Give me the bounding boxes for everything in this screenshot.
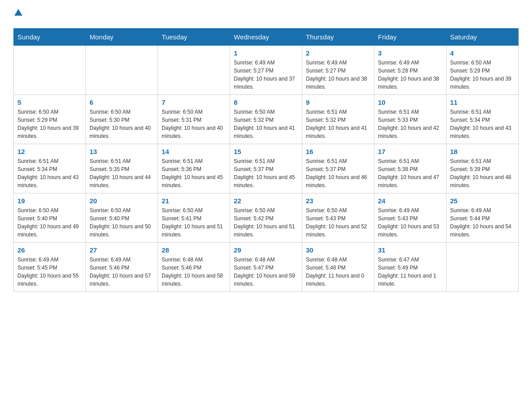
weekday-header-saturday: Saturday xyxy=(446,29,519,46)
calendar-row-1: 5Sunrise: 6:50 AMSunset: 5:29 PMDaylight… xyxy=(14,95,519,144)
calendar-cell: 12Sunrise: 6:51 AMSunset: 5:34 PMDayligh… xyxy=(14,144,86,193)
day-info: Sunrise: 6:51 AMSunset: 5:37 PMDaylight:… xyxy=(234,157,298,189)
calendar-body: 1Sunrise: 6:49 AMSunset: 5:27 PMDaylight… xyxy=(14,46,519,292)
day-info: Sunrise: 6:49 AMSunset: 5:27 PMDaylight:… xyxy=(234,59,298,91)
day-info: Sunrise: 6:50 AMSunset: 5:31 PMDaylight:… xyxy=(162,108,226,140)
calendar-cell: 26Sunrise: 6:49 AMSunset: 5:45 PMDayligh… xyxy=(14,243,86,292)
calendar-row-4: 26Sunrise: 6:49 AMSunset: 5:45 PMDayligh… xyxy=(14,243,519,292)
calendar-cell: 24Sunrise: 6:49 AMSunset: 5:43 PMDayligh… xyxy=(374,193,446,243)
day-number: 26 xyxy=(17,246,82,254)
day-number: 10 xyxy=(378,98,442,106)
day-number: 14 xyxy=(162,148,226,155)
calendar-cell: 9Sunrise: 6:51 AMSunset: 5:32 PMDaylight… xyxy=(302,95,374,144)
day-info: Sunrise: 6:51 AMSunset: 5:39 PMDaylight:… xyxy=(450,157,515,189)
calendar-cell xyxy=(446,243,519,292)
calendar-cell xyxy=(158,46,230,95)
weekday-header-sunday: Sunday xyxy=(14,29,86,46)
weekday-header-row: SundayMondayTuesdayWednesdayThursdayFrid… xyxy=(14,29,519,46)
day-info: Sunrise: 6:49 AMSunset: 5:46 PMDaylight:… xyxy=(90,256,154,288)
day-number: 18 xyxy=(450,148,515,155)
day-number: 2 xyxy=(306,49,370,57)
calendar-cell: 27Sunrise: 6:49 AMSunset: 5:46 PMDayligh… xyxy=(86,243,158,292)
day-info: Sunrise: 6:48 AMSunset: 5:48 PMDaylight:… xyxy=(306,256,370,288)
day-number: 25 xyxy=(450,197,515,205)
calendar-cell: 13Sunrise: 6:51 AMSunset: 5:35 PMDayligh… xyxy=(86,144,158,193)
day-number: 22 xyxy=(234,197,298,205)
calendar-cell: 25Sunrise: 6:49 AMSunset: 5:44 PMDayligh… xyxy=(446,193,519,243)
calendar-cell: 31Sunrise: 6:47 AMSunset: 5:49 PMDayligh… xyxy=(374,243,446,292)
day-number: 19 xyxy=(17,197,82,205)
day-info: Sunrise: 6:49 AMSunset: 5:45 PMDaylight:… xyxy=(17,256,82,288)
weekday-header-thursday: Thursday xyxy=(302,29,374,46)
day-number: 29 xyxy=(234,246,298,254)
calendar-cell: 21Sunrise: 6:50 AMSunset: 5:41 PMDayligh… xyxy=(158,193,230,243)
calendar-cell: 30Sunrise: 6:48 AMSunset: 5:48 PMDayligh… xyxy=(302,243,374,292)
day-info: Sunrise: 6:51 AMSunset: 5:34 PMDaylight:… xyxy=(450,108,515,140)
calendar-cell: 6Sunrise: 6:50 AMSunset: 5:30 PMDaylight… xyxy=(86,95,158,144)
calendar-cell: 20Sunrise: 6:50 AMSunset: 5:40 PMDayligh… xyxy=(86,193,158,243)
day-number: 6 xyxy=(90,98,154,106)
day-info: Sunrise: 6:50 AMSunset: 5:29 PMDaylight:… xyxy=(450,59,515,91)
day-info: Sunrise: 6:48 AMSunset: 5:46 PMDaylight:… xyxy=(162,256,226,288)
day-number: 11 xyxy=(450,98,515,106)
day-number: 12 xyxy=(17,148,82,155)
calendar-cell xyxy=(86,46,158,95)
day-info: Sunrise: 6:50 AMSunset: 5:40 PMDaylight:… xyxy=(17,206,82,239)
weekday-header-monday: Monday xyxy=(86,29,158,46)
calendar-cell: 5Sunrise: 6:50 AMSunset: 5:29 PMDaylight… xyxy=(14,95,86,144)
calendar-cell: 28Sunrise: 6:48 AMSunset: 5:46 PMDayligh… xyxy=(158,243,230,292)
calendar-cell: 16Sunrise: 6:51 AMSunset: 5:37 PMDayligh… xyxy=(302,144,374,193)
day-info: Sunrise: 6:50 AMSunset: 5:32 PMDaylight:… xyxy=(234,108,298,140)
day-info: Sunrise: 6:50 AMSunset: 5:43 PMDaylight:… xyxy=(306,206,370,239)
day-info: Sunrise: 6:51 AMSunset: 5:33 PMDaylight:… xyxy=(378,108,442,140)
calendar-row-0: 1Sunrise: 6:49 AMSunset: 5:27 PMDaylight… xyxy=(14,46,519,95)
day-number: 21 xyxy=(162,197,226,205)
day-info: Sunrise: 6:51 AMSunset: 5:32 PMDaylight:… xyxy=(306,108,370,140)
weekday-header-friday: Friday xyxy=(374,29,446,46)
day-info: Sunrise: 6:50 AMSunset: 5:30 PMDaylight:… xyxy=(90,108,154,140)
weekday-header-wednesday: Wednesday xyxy=(230,29,302,46)
calendar-header: SundayMondayTuesdayWednesdayThursdayFrid… xyxy=(14,29,519,46)
day-number: 17 xyxy=(378,148,442,155)
day-info: Sunrise: 6:47 AMSunset: 5:49 PMDaylight:… xyxy=(378,256,442,288)
day-number: 15 xyxy=(234,148,298,155)
weekday-header-tuesday: Tuesday xyxy=(158,29,230,46)
day-info: Sunrise: 6:49 AMSunset: 5:43 PMDaylight:… xyxy=(378,206,442,239)
calendar-cell: 14Sunrise: 6:51 AMSunset: 5:36 PMDayligh… xyxy=(158,144,230,193)
day-number: 16 xyxy=(306,148,370,155)
day-info: Sunrise: 6:49 AMSunset: 5:28 PMDaylight:… xyxy=(378,59,442,91)
calendar-cell: 19Sunrise: 6:50 AMSunset: 5:40 PMDayligh… xyxy=(14,193,86,243)
calendar-cell: 29Sunrise: 6:48 AMSunset: 5:47 PMDayligh… xyxy=(230,243,302,292)
day-info: Sunrise: 6:50 AMSunset: 5:40 PMDaylight:… xyxy=(90,206,154,239)
calendar-cell: 11Sunrise: 6:51 AMSunset: 5:34 PMDayligh… xyxy=(446,95,519,144)
day-number: 7 xyxy=(162,98,226,106)
calendar-row-2: 12Sunrise: 6:51 AMSunset: 5:34 PMDayligh… xyxy=(14,144,519,193)
calendar-cell: 1Sunrise: 6:49 AMSunset: 5:27 PMDaylight… xyxy=(230,46,302,95)
day-number: 3 xyxy=(378,49,442,57)
calendar-cell: 22Sunrise: 6:50 AMSunset: 5:42 PMDayligh… xyxy=(230,193,302,243)
calendar-cell: 3Sunrise: 6:49 AMSunset: 5:28 PMDaylight… xyxy=(374,46,446,95)
day-info: Sunrise: 6:49 AMSunset: 5:44 PMDaylight:… xyxy=(450,206,515,239)
day-number: 13 xyxy=(90,148,154,155)
day-info: Sunrise: 6:51 AMSunset: 5:36 PMDaylight:… xyxy=(162,157,226,189)
day-number: 8 xyxy=(234,98,298,106)
calendar-cell: 15Sunrise: 6:51 AMSunset: 5:37 PMDayligh… xyxy=(230,144,302,193)
day-number: 28 xyxy=(162,246,226,254)
calendar-cell: 8Sunrise: 6:50 AMSunset: 5:32 PMDaylight… xyxy=(230,95,302,144)
logo-block xyxy=(13,9,22,19)
day-info: Sunrise: 6:51 AMSunset: 5:35 PMDaylight:… xyxy=(90,157,154,189)
calendar-cell: 18Sunrise: 6:51 AMSunset: 5:39 PMDayligh… xyxy=(446,144,519,193)
day-number: 23 xyxy=(306,197,370,205)
calendar-cell: 7Sunrise: 6:50 AMSunset: 5:31 PMDaylight… xyxy=(158,95,230,144)
day-info: Sunrise: 6:50 AMSunset: 5:41 PMDaylight:… xyxy=(162,206,226,239)
day-info: Sunrise: 6:50 AMSunset: 5:29 PMDaylight:… xyxy=(17,108,82,140)
calendar-cell: 4Sunrise: 6:50 AMSunset: 5:29 PMDaylight… xyxy=(446,46,519,95)
day-info: Sunrise: 6:48 AMSunset: 5:47 PMDaylight:… xyxy=(234,256,298,288)
calendar-cell: 10Sunrise: 6:51 AMSunset: 5:33 PMDayligh… xyxy=(374,95,446,144)
day-info: Sunrise: 6:49 AMSunset: 5:27 PMDaylight:… xyxy=(306,59,370,91)
calendar-cell xyxy=(14,46,86,95)
day-number: 24 xyxy=(378,197,442,205)
calendar-cell: 17Sunrise: 6:51 AMSunset: 5:38 PMDayligh… xyxy=(374,144,446,193)
logo-triangle-icon xyxy=(14,9,22,16)
calendar-row-3: 19Sunrise: 6:50 AMSunset: 5:40 PMDayligh… xyxy=(14,193,519,243)
